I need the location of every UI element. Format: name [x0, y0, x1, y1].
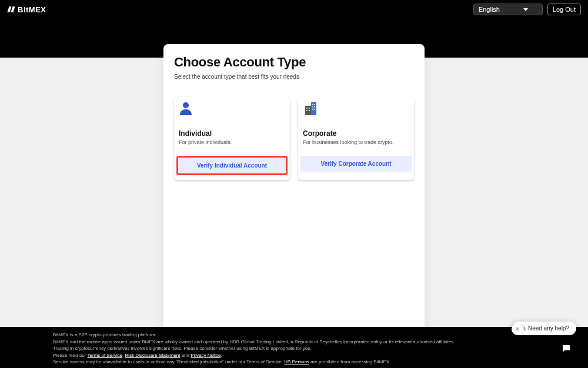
option-corporate: Corporate For businesses looking to trad… — [298, 96, 414, 180]
svg-rect-7 — [312, 109, 313, 110]
logo-mark-icon — [7, 6, 15, 13]
individual-desc: For private individuals. — [179, 139, 288, 145]
privacy-notice-link[interactable]: Privacy Notice — [191, 353, 220, 358]
svg-point-0 — [183, 102, 189, 108]
svg-rect-4 — [314, 104, 315, 105]
svg-rect-3 — [312, 104, 313, 105]
individual-button-highlight: Verify Individual Account — [176, 156, 288, 175]
svg-rect-2 — [311, 102, 316, 115]
help-text: Hi. Need any help? — [519, 325, 569, 332]
brand-logo: BitMEX — [7, 5, 46, 14]
footer-line-1: BitMEX is a P2P crypto-products trading … — [53, 332, 535, 339]
option-individual: Individual For private individuals. Veri… — [174, 96, 290, 180]
terms-of-service-link[interactable]: Terms of Service — [88, 353, 123, 358]
individual-title: Individual — [179, 129, 288, 138]
language-select[interactable]: English — [473, 4, 543, 15]
svg-rect-9 — [306, 108, 308, 109]
footer-line-2: BitMEX and the mobile apps issued under … — [53, 339, 535, 346]
building-icon — [303, 100, 412, 116]
svg-rect-1 — [305, 106, 311, 115]
footer-line-5: Service access may be unavailable to use… — [53, 359, 535, 366]
logout-button[interactable]: Log Out — [547, 4, 581, 15]
risk-disclosure-link[interactable]: Risk Disclosure Statement — [125, 353, 181, 358]
svg-rect-12 — [309, 110, 310, 111]
footer-line-4: Please read our Terms of Service, Risk D… — [53, 352, 535, 359]
corporate-desc: For businesses looking to trade crypto. — [303, 139, 412, 145]
svg-rect-5 — [312, 106, 313, 108]
corporate-title: Corporate — [303, 129, 412, 138]
chevron-down-icon — [523, 8, 528, 11]
svg-rect-8 — [314, 109, 315, 110]
card-title: Choose Account Type — [174, 55, 414, 70]
footer-line-3: Trading in cryptocurrency derivatives in… — [53, 345, 535, 352]
language-value: English — [479, 6, 500, 13]
svg-rect-10 — [309, 108, 310, 109]
card-subtitle: Select the account type that best fits y… — [174, 73, 414, 80]
chat-icon — [561, 343, 572, 354]
svg-rect-6 — [314, 106, 315, 108]
chat-fab-button[interactable] — [555, 337, 577, 360]
help-close-button[interactable]: × — [512, 323, 523, 335]
us-persons-link[interactable]: US Persons — [284, 359, 309, 364]
brand-text: BitMEX — [18, 5, 46, 14]
verify-corporate-button[interactable]: Verify Corporate Account — [300, 156, 412, 172]
account-type-card: Choose Account Type Select the account t… — [163, 44, 425, 368]
footer: BitMEX is a P2P crypto-products trading … — [0, 327, 588, 368]
svg-rect-11 — [306, 110, 308, 111]
verify-individual-button[interactable]: Verify Individual Account — [178, 158, 286, 173]
person-icon — [179, 100, 288, 116]
